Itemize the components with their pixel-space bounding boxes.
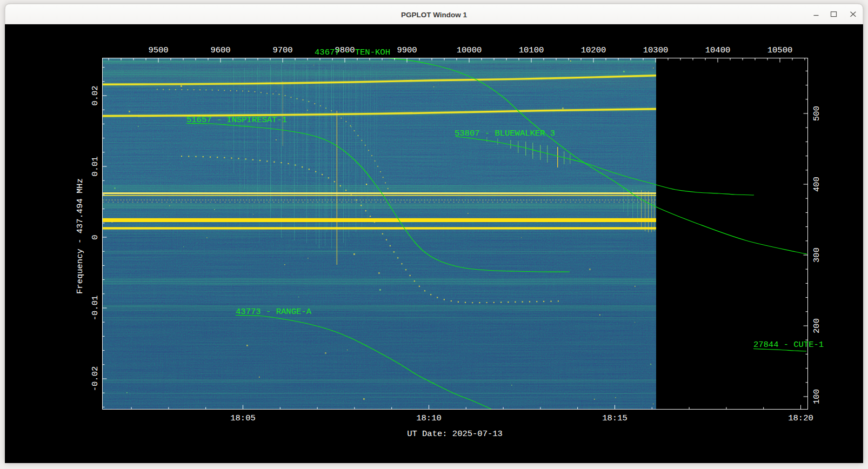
svg-text:-0.01: -0.01	[90, 296, 100, 321]
svg-text:PGPLOT Window 1: PGPLOT Window 1	[401, 11, 468, 19]
svg-text:43677 - TEN-KOH: 43677 - TEN-KOH	[315, 48, 390, 57]
svg-text:0: 0	[90, 234, 100, 239]
svg-text:51657 - INSPIRESAT-1: 51657 - INSPIRESAT-1	[186, 116, 287, 125]
svg-text:43773 - RANGE-A: 43773 - RANGE-A	[236, 307, 311, 317]
svg-text:0.02: 0.02	[90, 85, 100, 105]
svg-text:200: 200	[812, 318, 822, 333]
svg-text:10200: 10200	[581, 45, 606, 55]
svg-text:9700: 9700	[272, 45, 292, 55]
svg-text:0.01: 0.01	[90, 156, 100, 176]
svg-text:9500: 9500	[148, 45, 168, 55]
svg-text:18:10: 18:10	[416, 413, 442, 423]
svg-text:10000: 10000	[457, 45, 482, 55]
svg-text:10500: 10500	[767, 45, 793, 55]
svg-text:500: 500	[812, 106, 822, 121]
svg-text:9900: 9900	[397, 45, 417, 55]
svg-text:Frequency - 437.494 MHz: Frequency - 437.494 MHz	[75, 178, 85, 294]
svg-text:9600: 9600	[210, 45, 230, 55]
svg-text:10300: 10300	[643, 45, 669, 55]
svg-text:18:15: 18:15	[602, 413, 627, 423]
svg-text:27844 - CUTE-1: 27844 - CUTE-1	[753, 340, 824, 350]
svg-text:18:05: 18:05	[230, 413, 256, 423]
svg-text:53807 - BLUEWALKER 3: 53807 - BLUEWALKER 3	[455, 129, 555, 138]
svg-text:400: 400	[812, 177, 822, 192]
svg-text:UT Date: 2025-07-13: UT Date: 2025-07-13	[407, 429, 503, 439]
svg-text:300: 300	[812, 247, 822, 263]
svg-text:100: 100	[812, 389, 822, 404]
svg-text:10400: 10400	[705, 45, 731, 55]
svg-text:18:20: 18:20	[788, 413, 813, 423]
svg-text:-0.02: -0.02	[90, 366, 100, 392]
svg-text:10100: 10100	[519, 45, 544, 55]
